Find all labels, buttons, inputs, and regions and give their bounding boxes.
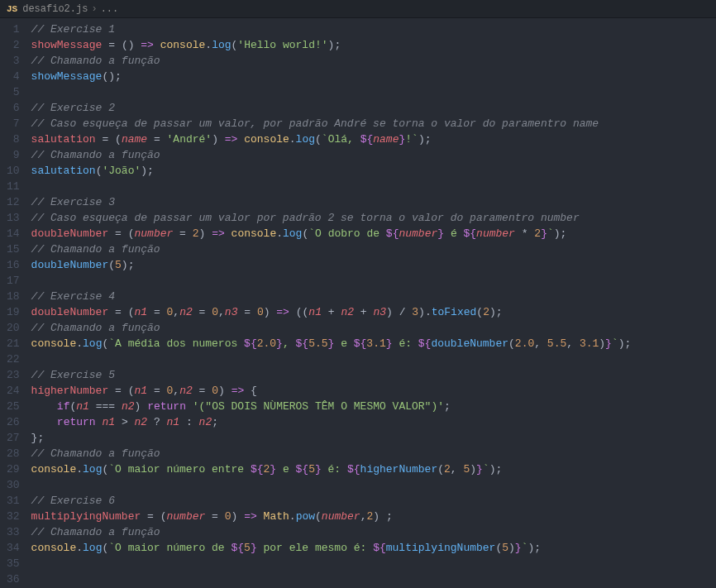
code-token: n1 — [134, 385, 147, 397]
code-line[interactable]: // Chamando a função — [31, 320, 632, 336]
code-token — [186, 227, 193, 240]
code-token: return — [57, 416, 96, 428]
code-line[interactable]: if(n1 === n2) return '("OS DOIS NÙMEROS … — [31, 399, 632, 414]
code-line[interactable] — [31, 179, 632, 194]
code-token: ( — [437, 463, 444, 476]
code-editor[interactable]: 1234567891011121314151617181920212223242… — [0, 18, 716, 588]
code-token: ${ — [360, 133, 374, 146]
code-line[interactable]: // Exercise 6 — [31, 493, 632, 509]
line-number: 4 — [7, 69, 20, 84]
line-number: 34 — [7, 540, 20, 556]
line-number: 11 — [7, 179, 20, 194]
code-token — [147, 416, 154, 428]
code-token: (( — [296, 306, 309, 318]
code-line[interactable]: return n1 > n2 ? n1 : n2; — [31, 414, 632, 430]
code-line[interactable] — [31, 351, 632, 367]
code-token: n2 — [341, 306, 354, 318]
code-line[interactable]: higherNumber = (n1 = 0,n2 = 0) => { — [31, 383, 632, 399]
code-line[interactable]: // Chamando a função — [31, 524, 632, 540]
code-token: number — [166, 510, 205, 523]
code-token — [108, 385, 115, 397]
code-line[interactable]: // Chamando a função — [31, 446, 632, 461]
line-number: 30 — [7, 477, 20, 493]
line-number: 2 — [7, 37, 20, 53]
code-line[interactable] — [31, 571, 632, 587]
code-token — [122, 306, 128, 318]
code-token: ${ — [373, 542, 386, 554]
code-token: ${ — [231, 542, 244, 554]
code-token — [141, 400, 147, 413]
code-token: + — [360, 306, 367, 318]
code-line[interactable]: console.log(`O maior número de ${5} por … — [31, 540, 632, 556]
code-token: } — [437, 227, 444, 240]
code-line[interactable]: showMessage(); — [31, 69, 632, 84]
breadcrumb-filename[interactable]: desafio2.js — [22, 3, 88, 15]
code-line[interactable] — [31, 477, 632, 493]
code-token: ); — [122, 259, 135, 271]
code-token: 0 — [212, 385, 218, 397]
code-token: => — [276, 306, 289, 318]
code-token — [154, 39, 160, 51]
code-token: ) — [373, 510, 379, 523]
code-content[interactable]: // Exercise 1showMessage = () => console… — [31, 18, 632, 588]
code-token: = — [115, 385, 122, 397]
code-token: . — [76, 463, 83, 476]
code-token: 'Hello world!' — [237, 39, 327, 51]
code-token: ) — [599, 337, 605, 350]
code-token: ) — [218, 385, 225, 397]
code-line[interactable]: // Exercise 5 — [31, 367, 632, 383]
code-token: console — [160, 39, 206, 51]
code-line[interactable]: // Exercise 1 — [31, 22, 632, 37]
code-token: e — [334, 337, 353, 350]
line-number: 23 — [7, 367, 20, 383]
code-line[interactable] — [31, 273, 632, 289]
code-line[interactable]: // Exercise 3 — [31, 194, 632, 210]
code-line[interactable]: salutation('João'); — [31, 163, 632, 179]
code-token: ( — [508, 337, 515, 350]
code-line[interactable]: // Caso esqueça de passar um valor, por … — [31, 116, 632, 131]
code-line[interactable]: showMessage = () => console.log('Hello w… — [31, 37, 632, 53]
code-token — [173, 227, 179, 240]
code-token: 5 — [502, 542, 508, 554]
breadcrumb[interactable]: JS desafio2.js › ... — [0, 0, 716, 18]
code-line[interactable]: // Caso esqueça de passar um valor por p… — [31, 210, 632, 226]
code-line[interactable]: // Chamando a função — [31, 53, 632, 69]
code-token: , — [218, 306, 225, 318]
code-token: doubleNumber — [31, 227, 109, 240]
code-token — [128, 416, 135, 428]
code-line[interactable]: // Chamando a função — [31, 147, 632, 163]
code-line[interactable]: doubleNumber(5); — [31, 257, 632, 273]
line-number-gutter: 1234567891011121314151617181920212223242… — [0, 18, 31, 588]
code-line[interactable]: console.log(`O maior número entre ${2} e… — [31, 461, 632, 477]
code-token: , — [173, 385, 179, 397]
code-token: 5 — [115, 259, 122, 271]
code-token — [108, 133, 115, 146]
code-token — [244, 385, 251, 397]
code-line[interactable]: console.log(`A média dos numeros ${2.0},… — [31, 336, 632, 351]
code-token: // Caso esqueça de passar um valor por p… — [31, 212, 580, 224]
code-token: multiplyingNumber — [386, 542, 496, 554]
code-line[interactable]: multiplyingNumber = (number = 0) => Math… — [31, 509, 632, 524]
code-token: ); — [527, 542, 541, 554]
code-token: , — [534, 337, 547, 350]
code-token: 3 — [412, 306, 418, 318]
code-line[interactable]: doubleNumber = (number = 2) => console.l… — [31, 226, 632, 241]
code-token: = — [115, 227, 122, 240]
code-line[interactable]: }; — [31, 430, 632, 446]
line-number: 27 — [7, 430, 20, 446]
code-token — [379, 510, 386, 523]
code-line[interactable]: // Exercise 2 — [31, 100, 632, 116]
code-line[interactable]: // Chamando a função — [31, 241, 632, 257]
breadcrumb-rest[interactable]: ... — [101, 3, 119, 15]
code-line[interactable]: // Exercise 4 — [31, 289, 632, 304]
line-number: 19 — [7, 304, 20, 320]
code-token: log — [296, 133, 315, 146]
code-line[interactable]: doubleNumber = (n1 = 0,n2 = 0,n3 = 0) =>… — [31, 304, 632, 320]
code-line[interactable]: salutation = (name = 'André') => console… — [31, 131, 632, 147]
code-token: if — [57, 400, 70, 413]
line-number: 10 — [7, 163, 20, 179]
code-line[interactable] — [31, 84, 632, 100]
code-line[interactable] — [31, 556, 632, 571]
code-token: n1 — [134, 306, 147, 318]
line-number: 31 — [7, 493, 20, 509]
